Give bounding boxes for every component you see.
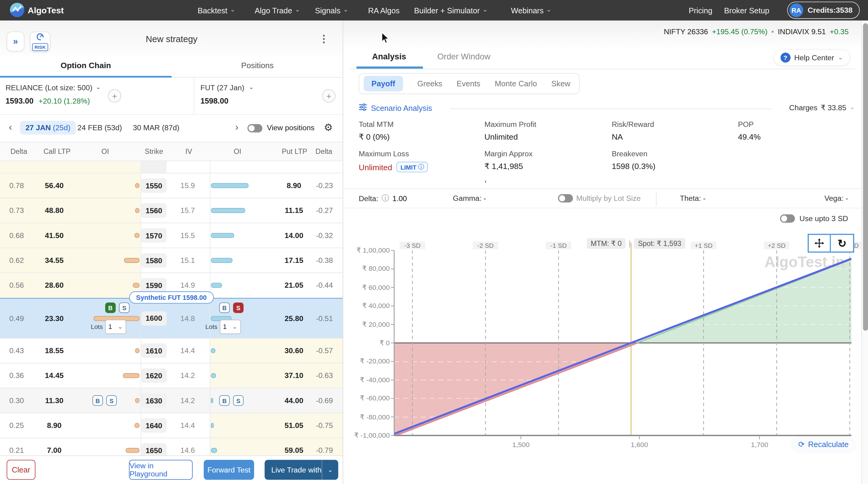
call-lots-selector[interactable]: Lots 1⌄ [91,319,126,334]
charges-toggle[interactable]: Charges ₹ 33.85 ⌄ [789,103,855,112]
call-ltp[interactable]: 8.90 [32,421,76,429]
sell-call-button[interactable]: S [119,303,129,313]
pan-button[interactable] [808,234,831,253]
symbol-selector[interactable]: RELIANCE (Lot size: 500)⌄ [5,84,101,92]
risk-button[interactable]: RISK [30,31,51,52]
subtab-events[interactable]: Events [457,79,480,88]
plus-icon: + [112,91,117,101]
vix-change: +0.35 [830,28,849,36]
future-selector[interactable]: FUT (27 Jan)⌄ [200,84,254,92]
call-ltp[interactable]: 14.45 [32,371,76,379]
put-ltp[interactable]: 30.60 [271,346,317,355]
option-chain-row[interactable]: 0.68 41.50 1570 15.5 14.00 -0.32 [0,223,343,248]
tab-positions[interactable]: Positions [205,61,310,70]
forward-test-button[interactable]: Forward Test [204,460,254,480]
tab-option-chain[interactable]: Option Chain [33,61,138,70]
put-ltp[interactable]: 37.10 [271,371,317,379]
option-chain-row[interactable]: 0.36 14.45 1620 14.2 37.10 -0.63 [0,364,343,388]
scrollbar-thumb[interactable] [863,23,868,331]
view-in-playground-button[interactable]: View in Playground [129,460,192,480]
put-ltp[interactable]: 14.00 [271,231,317,239]
nav-broker-setup[interactable]: Broker Setup [724,0,769,21]
add-symbol-button[interactable]: + [108,89,121,103]
nav-signals[interactable]: Signals⌄ [315,0,348,21]
put-lots-selector[interactable]: Lots 1⌄ [206,319,241,334]
put-ltp[interactable]: 21.05 [271,281,317,289]
option-chain-row[interactable]: 0.73 48.80 1560 15.7 11.15 -0.27 [0,198,343,223]
put-ltp[interactable]: 8.90 [271,181,317,190]
prev-expiry-icon[interactable]: ‹ [9,122,12,133]
info-icon[interactable]: ⓘ [382,193,389,203]
page-scrollbar[interactable] [861,21,868,484]
nav-webinars[interactable]: Webinars⌄ [511,0,551,21]
add-future-button[interactable]: + [322,89,336,103]
kebab-menu-icon[interactable]: ⋮ [319,33,329,45]
sell-put-button[interactable]: S [233,395,244,406]
call-ltp[interactable]: 11.30 [32,396,76,405]
call-delta: 0.56 [4,281,29,289]
y-axis-label: ₹ 40,000 [349,302,390,310]
option-chain-row[interactable]: 0.30 11.30 1630 14.2 44.00 -0.69 B S B S [0,388,343,413]
credits-pill[interactable]: RA Credits:3538 [787,1,860,19]
subtab-monte-carlo[interactable]: Monte Carlo [495,79,537,88]
put-ltp[interactable]: 25.80 [271,314,317,322]
subtab-greeks[interactable]: Greeks [417,79,442,88]
nav-builder-simulator[interactable]: Builder + Simulator⌄ [414,0,488,21]
call-ltp[interactable]: 34.55 [32,256,76,264]
put-ltp[interactable]: 59.05 [271,446,317,454]
collapse-panel-button[interactable]: » [7,31,25,52]
sell-put-button[interactable]: S [233,303,244,313]
expiry-30mar[interactable]: 30 MAR (87d) [133,123,180,132]
buy-put-button[interactable]: B [219,395,230,406]
help-center-button[interactable]: ? Help Center ⌄ [773,49,850,66]
iv-value: 14.4 [175,346,200,355]
buy-call-button[interactable]: B [92,395,103,406]
scenario-analysis-link[interactable]: Scenario Analysis [359,103,432,113]
recalculate-button[interactable]: ⟳ Recalculate [793,438,854,451]
option-chain-row[interactable]: 0.78 56.40 1550 15.9 8.90 -0.23 [0,174,343,198]
reset-zoom-button[interactable]: ↻ [831,234,854,253]
nav-ra-algos[interactable]: RA Algos [368,0,400,21]
move-icon [814,238,825,248]
payoff-chart[interactable]: AlgoTest.in [352,233,861,461]
user-avatar[interactable]: RA [789,3,803,17]
put-ltp[interactable]: 11.15 [271,206,317,215]
strike-label: 1610 [141,343,166,358]
call-ltp[interactable]: 28.60 [32,281,76,289]
nav-backtest[interactable]: Backtest⌄ [198,0,235,21]
call-ltp[interactable]: 41.50 [32,231,76,239]
next-expiry-icon[interactable]: › [235,122,238,133]
option-chain-row[interactable]: 0.25 8.90 1640 14.4 51.05 -0.75 [0,414,343,438]
tab-order-window[interactable]: Order Window [437,52,490,61]
clear-button[interactable]: Clear [7,460,35,480]
expiry-24feb[interactable]: 24 FEB (53d) [78,123,122,132]
buy-call-button[interactable]: B [105,303,116,313]
put-ltp[interactable]: 44.00 [271,396,317,405]
multiply-lot-toggle[interactable] [558,194,573,202]
put-ltp[interactable]: 17.15 [271,256,317,264]
subtab-payoff[interactable]: Payoff [364,76,403,91]
put-ltp[interactable]: 51.05 [271,421,317,429]
live-trade-button[interactable]: Live Trade with ⌄ [265,460,338,480]
option-chain-row[interactable]: 0.62 34.55 1580 15.1 17.15 -0.38 [0,248,343,273]
call-ltp[interactable]: 18.55 [32,346,76,355]
view-positions-toggle[interactable] [248,124,262,132]
nav-algo-trade[interactable]: Algo Trade⌄ [254,0,300,21]
sell-call-button[interactable]: S [106,395,117,406]
chevron-down-icon[interactable]: ⌄ [322,460,338,480]
call-ltp[interactable]: 56.40 [32,181,76,190]
expiry-27jan[interactable]: 27 JAN (25d) [20,121,76,135]
tab-analysis[interactable]: Analysis [372,52,406,61]
nav-pricing[interactable]: Pricing [688,0,712,21]
subtab-skew[interactable]: Skew [551,79,570,88]
call-ltp[interactable]: 7.00 [32,446,76,454]
gear-icon[interactable]: ⚙ [324,121,333,134]
use-3sd-toggle[interactable] [780,215,795,223]
option-chain-row[interactable]: 0.43 18.55 1610 14.4 30.60 -0.57 [0,339,343,364]
pipe-icon: | [629,239,631,248]
call-ltp[interactable]: 48.80 [32,206,76,215]
call-ltp[interactable]: 23.30 [32,314,76,322]
limit-badge[interactable]: LIMITⓘ [397,162,428,172]
option-chain-row[interactable]: 0.49 23.30 1600 14.8 25.80 -0.51 Synthet… [0,298,343,339]
buy-put-button[interactable]: B [219,303,230,313]
